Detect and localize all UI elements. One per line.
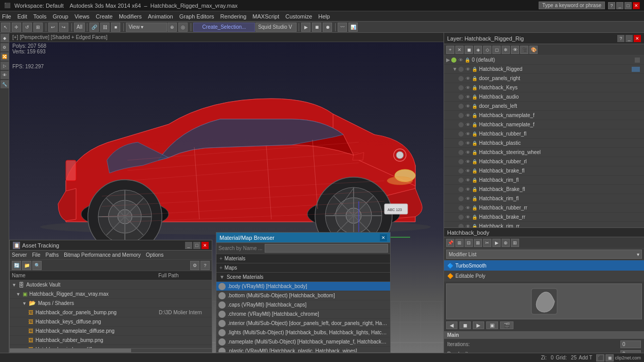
layer-item-0[interactable]: 👁 🔒 door_panels_right bbox=[444, 74, 644, 83]
asset-item-nameplate-diffuse[interactable]: 🖼 Hatchback_nameplate_diffuse.png bbox=[10, 327, 212, 336]
tool-stop[interactable]: ⏹ bbox=[312, 23, 321, 32]
maximize-button[interactable]: □ bbox=[624, 2, 632, 9]
layer-btn-color[interactable]: 🎨 bbox=[529, 46, 538, 54]
asset-item-maps[interactable]: ▼ 📂 Maps / Shaders bbox=[10, 299, 212, 308]
mat-item-lights[interactable]: .lights (Multi/Sub-Object) [Hatchback_bu… bbox=[216, 328, 390, 337]
scene-materials-section-header[interactable]: ▼ Scene Materials bbox=[216, 273, 390, 282]
layer-item-2[interactable]: 👁 🔒 Hatchback_audio bbox=[444, 92, 644, 102]
layer-item-11[interactable]: 👁 🔒 Hatchback_rim_fl bbox=[444, 176, 644, 185]
maps-section-header[interactable]: + Maps bbox=[216, 263, 390, 273]
mod-ctrl-btn-2[interactable]: ◼ bbox=[459, 321, 471, 329]
search-box[interactable]: Type a keyword or phrase bbox=[539, 2, 605, 9]
menu-animation[interactable]: Animation bbox=[148, 13, 173, 20]
create-selection-btn[interactable]: Create_Selection... bbox=[193, 23, 255, 32]
layers-minimize-btn[interactable]: _ bbox=[625, 35, 633, 42]
layer-btn-hide[interactable]: 👁 bbox=[511, 46, 519, 54]
asset-item-max-file[interactable]: ▼ ▣ Hatchback_Rigged_max_vray.max bbox=[10, 290, 212, 299]
layer-item-16[interactable]: 👁 🔒 Hatchback_rim_rr bbox=[444, 222, 644, 227]
view-selector[interactable]: View ▾ bbox=[126, 23, 167, 32]
tool-redo[interactable]: ↪ bbox=[59, 23, 68, 32]
mat-item-body[interactable]: .body (VRayMtl) [Hatchback_body] bbox=[216, 282, 390, 291]
tool-undo[interactable]: ↩ bbox=[48, 23, 58, 32]
layers-help-btn[interactable]: ? bbox=[617, 35, 624, 42]
asset-menu-bitmap[interactable]: Bitmap Performance and Memory bbox=[64, 252, 141, 258]
mod-btn-7[interactable]: ⊕ bbox=[502, 239, 510, 247]
layer-btn-highlight[interactable]: ◻ bbox=[492, 46, 501, 54]
material-search-input[interactable] bbox=[265, 244, 388, 253]
layer-btn-props[interactable]: ◼ bbox=[465, 46, 473, 54]
tool-link[interactable]: 🔗 bbox=[89, 23, 99, 32]
asset-item-door-bump[interactable]: 🖼 Hatchback_door_panels_bump.png D:\3D M… bbox=[10, 308, 212, 317]
tool-play[interactable]: ▶ bbox=[301, 23, 310, 32]
mod-ctrl-btn-4[interactable]: ▣ bbox=[486, 321, 498, 329]
tool-move[interactable]: ✛ bbox=[12, 23, 21, 32]
layer-btn-render[interactable]: 🎥 bbox=[520, 46, 528, 54]
asset-maximize-btn[interactable]: □ bbox=[193, 242, 200, 249]
menu-graph-editors[interactable]: Graph Editors bbox=[179, 13, 214, 20]
tool-unlink[interactable]: ⛓ bbox=[100, 23, 109, 32]
asset-btn-help[interactable]: ? bbox=[200, 261, 210, 270]
help-button[interactable]: ? bbox=[608, 2, 615, 9]
menu-customize[interactable]: Customize bbox=[285, 13, 312, 20]
asset-item-vault[interactable]: ▼ 🗄 Autodesk Vault bbox=[10, 280, 212, 290]
minimize-button[interactable]: _ bbox=[616, 2, 623, 9]
menu-create[interactable]: Create bbox=[96, 13, 113, 20]
mod-btn-3[interactable]: ⊟ bbox=[465, 239, 473, 247]
left-tool-modify[interactable]: ⚙ bbox=[1, 43, 9, 51]
asset-menu-paths[interactable]: Paths bbox=[46, 252, 59, 258]
layer-item-3[interactable]: 👁 🔒 door_panels_left bbox=[444, 102, 644, 111]
layer-item-12[interactable]: 👁 🔒 Hatchback_Brake_fl bbox=[444, 185, 644, 194]
asset-btn-settings[interactable]: ⚙ bbox=[190, 261, 199, 270]
modifier-item-editable-poly[interactable]: 🔶 Editable Poly bbox=[444, 271, 644, 281]
close-button[interactable]: ✕ bbox=[633, 2, 640, 9]
left-tool-motion[interactable]: ▷ bbox=[1, 62, 9, 70]
layer-item-7[interactable]: 👁 🔒 Hatchback_plastic bbox=[444, 139, 644, 148]
modifier-item-turbosmooth[interactable]: 🔷 TurboSmooth bbox=[444, 260, 644, 271]
mod-btn-5[interactable]: ✂ bbox=[483, 239, 491, 247]
mat-item-bottom[interactable]: .bottom (Multi/Sub-Object) [Hatchback_bo… bbox=[216, 291, 390, 300]
asset-item-rubber-bump[interactable]: 🖼 Hatchback_rubber_bump.png bbox=[10, 336, 212, 345]
layers-list[interactable]: ▶ 👁 🔒 0 (default) ▼ 👁 🔒 Hatchback_Rigged bbox=[444, 55, 644, 227]
menu-file[interactable]: File bbox=[2, 13, 11, 20]
layer-item-4[interactable]: 👁 🔒 Hatchback_nameplate_f bbox=[444, 111, 644, 120]
left-tool-display[interactable]: 👁 bbox=[1, 71, 9, 79]
layer-item-10[interactable]: 👁 🔒 Hatchback_brake_fl bbox=[444, 166, 644, 176]
tool-curve[interactable]: 〰 bbox=[338, 23, 347, 32]
left-tool-create[interactable]: ◆ bbox=[1, 34, 9, 42]
tool-rotate[interactable]: ↺ bbox=[23, 23, 32, 32]
layer-item-9[interactable]: 👁 🔒 Hatchback_rubber_rl bbox=[444, 157, 644, 166]
tool-reference[interactable]: ⊕ bbox=[168, 23, 177, 32]
status-btn-2[interactable]: ◼ bbox=[605, 354, 614, 361]
layer-item-rigged[interactable]: ▼ 👁 🔒 Hatchback_Rigged bbox=[444, 65, 644, 74]
mod-btn-8[interactable]: ⊞ bbox=[511, 239, 519, 247]
mod-btn-6[interactable]: ▶ bbox=[492, 239, 501, 247]
asset-menu-file[interactable]: File bbox=[32, 252, 40, 258]
squid-studio[interactable]: Squid Studio V bbox=[255, 23, 297, 32]
asset-list[interactable]: ▼ 🗄 Autodesk Vault ▼ ▣ Hatchback_Rigged_… bbox=[10, 280, 212, 348]
asset-minimize-btn[interactable]: _ bbox=[185, 242, 192, 249]
menu-edit[interactable]: Edit bbox=[17, 13, 27, 20]
layer-item-1[interactable]: 👁 🔒 Hatchback_Keys bbox=[444, 83, 644, 92]
tool-origin[interactable]: ◎ bbox=[178, 23, 188, 32]
layer-btn-new[interactable]: + bbox=[446, 46, 454, 54]
selection-filter[interactable]: All bbox=[74, 23, 85, 32]
layer-btn-select-layer[interactable]: ◇ bbox=[483, 46, 491, 54]
menu-rendering[interactable]: Rendering bbox=[220, 13, 247, 20]
status-btn-1[interactable]: ⬛ bbox=[596, 354, 604, 361]
menu-maxscript[interactable]: MAXScript bbox=[252, 13, 279, 20]
mat-item-nameplate[interactable]: .nameplate (Multi/Sub-Object) [Hatchback… bbox=[216, 337, 390, 347]
layer-btn-add-selection[interactable]: ◈ bbox=[474, 46, 482, 54]
mod-btn-2[interactable]: ⊞ bbox=[455, 239, 464, 247]
asset-scrollbar-thumb[interactable] bbox=[10, 349, 131, 352]
menu-views[interactable]: Views bbox=[75, 13, 89, 20]
left-tool-utilities[interactable]: 🔧 bbox=[1, 80, 9, 88]
menu-tools[interactable]: Tools bbox=[33, 13, 47, 20]
mod-btn-pin[interactable]: 📌 bbox=[446, 239, 454, 247]
left-tool-hierarchy[interactable]: 🔀 bbox=[1, 52, 9, 61]
scene-material-list[interactable]: .body (VRayMtl) [Hatchback_body] .bottom… bbox=[216, 282, 390, 352]
layer-item-14[interactable]: 👁 🔒 Hatchback_rubber_rr bbox=[444, 203, 644, 213]
tool-select[interactable]: ↖ bbox=[1, 23, 10, 32]
mat-item-plastic[interactable]: .plastic (VRayMtl) [Hatchback_plastic, H… bbox=[216, 347, 390, 352]
mod-ctrl-btn-3[interactable]: ▶ bbox=[473, 321, 484, 329]
mat-item-chrome[interactable]: .chrome (VRayMtl) [Hatchback_chrome] bbox=[216, 310, 390, 319]
